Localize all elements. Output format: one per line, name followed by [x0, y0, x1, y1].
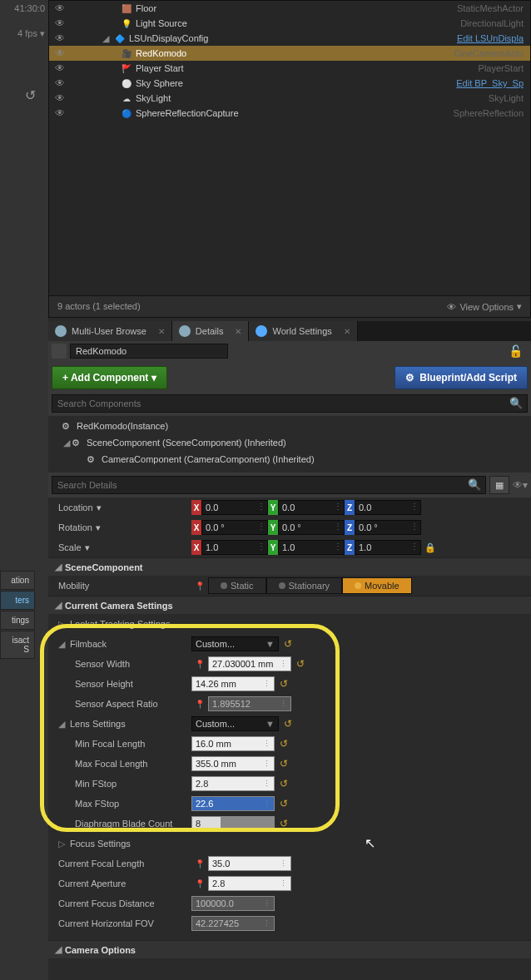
view-options-eye[interactable]: 👁▾: [513, 479, 528, 491]
rotation-z-input[interactable]: 0.0 °: [355, 520, 421, 535]
actor-type-icon: 🟫: [120, 2, 133, 14]
close-icon[interactable]: ✕: [344, 327, 350, 336]
component-row[interactable]: ⚙ CameraComponent (CameraComponent) (Inh…: [52, 451, 528, 468]
visibility-eye-icon[interactable]: 👁: [52, 17, 67, 29]
filmback-dropdown[interactable]: Custom...▼: [191, 636, 279, 651]
property-matrix-button[interactable]: ▦: [489, 476, 509, 494]
diaphragm-blade-input[interactable]: 8⋮: [191, 816, 275, 831]
side-tab[interactable]: ation: [0, 571, 35, 590]
outliner-row[interactable]: 👁 🔵 SphereReflectionCapture SphereReflec…: [49, 106, 530, 121]
current-focal-length-input[interactable]: 35.0⋮: [208, 856, 291, 871]
max-focal-length-input[interactable]: 355.0 mm⋮: [191, 756, 275, 771]
visibility-eye-icon[interactable]: 👁: [52, 92, 67, 104]
reset-to-default-icon[interactable]: ↺: [276, 798, 291, 809]
reset-to-default-icon[interactable]: ↺: [293, 658, 308, 670]
min-fstop-input[interactable]: 2.8⋮: [191, 776, 275, 791]
lock-icon[interactable]: 🔓: [509, 344, 528, 358]
tab-label: Multi-User Browse: [72, 326, 146, 336]
location-y-input[interactable]: 0.0: [278, 500, 345, 515]
reset-to-default-icon[interactable]: ↺: [280, 718, 295, 730]
side-tab[interactable]: tings: [0, 611, 35, 630]
search-components-input[interactable]: [52, 394, 528, 413]
tab-details[interactable]: Details ✕: [172, 321, 250, 341]
actor-class[interactable]: Edit LSUnDispla: [457, 33, 530, 43]
chevron-down-icon[interactable]: ▾: [97, 502, 102, 513]
sensor-height-input[interactable]: 14.26 mm⋮: [191, 676, 275, 691]
expand-icon: ▷: [58, 619, 67, 630]
chevron-down-icon[interactable]: ▾: [96, 522, 101, 533]
pin-icon[interactable]: 📍: [191, 582, 208, 591]
view-options-button[interactable]: 👁 View Options ▾: [447, 301, 522, 312]
min-focal-length-input[interactable]: 16.0 mm⋮: [191, 736, 275, 751]
search-details-input[interactable]: [52, 476, 486, 494]
sensor-width-input[interactable]: 27.030001 mm⋮: [208, 656, 291, 671]
rotation-x-input[interactable]: 0.0 °: [201, 520, 268, 535]
outliner-row[interactable]: 👁 🟫 Floor StaticMeshActor: [49, 1, 530, 16]
lock-scale-icon[interactable]: 🔒: [421, 542, 436, 553]
max-fstop-input[interactable]: 22.6⋮: [191, 796, 275, 811]
pin-icon[interactable]: 📍: [191, 859, 208, 869]
reset-to-default-icon[interactable]: ↺: [276, 738, 291, 750]
outliner-row[interactable]: 👁 🚩 Player Start PlayerStart: [49, 61, 530, 76]
add-component-button[interactable]: + Add Component ▾: [52, 366, 167, 389]
visibility-eye-icon[interactable]: 👁: [52, 2, 67, 14]
scale-z-input[interactable]: 1.0: [355, 540, 421, 555]
rotation-y-input[interactable]: 0.0 °: [278, 520, 345, 535]
component-row[interactable]: ⚙ RedKomodo(Instance): [52, 418, 528, 434]
reset-to-default-icon[interactable]: ↺: [276, 778, 291, 789]
mobility-static-button[interactable]: Static: [208, 577, 266, 594]
reset-to-default-icon[interactable]: ↺: [276, 758, 291, 770]
outliner-panel: 👁 🟫 Floor StaticMeshActor 👁 💡 Light Sour…: [48, 0, 531, 318]
expand-icon[interactable]: ◢: [102, 33, 111, 44]
current-aperture-input[interactable]: 2.8⋮: [208, 876, 291, 891]
aspect-ratio-row: Sensor Aspect Ratio 📍 1.895512⋮: [48, 694, 531, 714]
pin-icon[interactable]: 📍: [191, 700, 208, 709]
visibility-eye-icon[interactable]: 👁: [52, 47, 67, 59]
expand-icon[interactable]: ◢: [62, 438, 72, 448]
outliner-row[interactable]: 👁 💡 Light Source DirectionalLight: [49, 16, 530, 31]
side-tab[interactable]: ters: [0, 591, 35, 610]
component-row[interactable]: ◢ ⚙ SceneComponent (SceneComponent) (Inh…: [52, 434, 528, 451]
outliner-row[interactable]: 👁 🎥 RedKomodo CineCameraActo: [49, 46, 530, 61]
actor-class[interactable]: Edit BP_Sky_Sp: [456, 78, 530, 88]
current-fov-row: Current Horizontal FOV 42.227425⋮: [48, 913, 531, 933]
visibility-eye-icon[interactable]: 👁: [52, 62, 67, 74]
outliner-row[interactable]: 👁 ⚪ Sky Sphere Edit BP_Sky_Sp: [49, 76, 530, 91]
close-icon[interactable]: ✕: [235, 327, 241, 336]
reset-to-default-icon[interactable]: ↺: [280, 638, 295, 650]
lens-settings-dropdown[interactable]: Custom...▼: [191, 716, 279, 731]
object-name-field[interactable]: RedKomodo: [70, 344, 228, 359]
tab-world-settings[interactable]: World Settings ✕: [249, 321, 357, 341]
pin-icon[interactable]: 📍: [191, 660, 208, 669]
reset-to-default-icon[interactable]: ↺: [276, 818, 291, 829]
mobility-movable-button[interactable]: Movable: [342, 577, 412, 594]
reset-to-default-icon[interactable]: ↺: [276, 678, 291, 690]
mobility-stationary-button[interactable]: Stationary: [266, 577, 343, 594]
tab-multi-user-browse[interactable]: Multi-User Browse ✕: [48, 321, 172, 341]
location-x-input[interactable]: 0.0: [201, 500, 268, 515]
scene-component-header[interactable]: ◢SceneComponent: [48, 557, 531, 576]
chevron-down-icon[interactable]: ▾: [85, 542, 90, 553]
scale-y-input[interactable]: 1.0: [278, 540, 345, 555]
sensor-height-row: Sensor Height 14.26 mm⋮ ↺: [48, 674, 531, 694]
side-tab[interactable]: isact S: [0, 631, 35, 659]
scale-x-input[interactable]: 1.0: [201, 540, 268, 555]
focus-settings-row[interactable]: ▷Focus Settings: [48, 834, 531, 854]
visibility-eye-icon[interactable]: 👁: [52, 77, 67, 89]
side-tabs: ation ters tings isact S: [0, 571, 35, 660]
visibility-eye-icon[interactable]: 👁: [52, 107, 67, 119]
close-icon[interactable]: ✕: [158, 327, 165, 336]
pin-icon[interactable]: 📍: [191, 879, 208, 888]
camera-options-header[interactable]: ◢Camera Options: [48, 940, 531, 958]
visibility-eye-icon[interactable]: 👁: [52, 32, 67, 44]
undo-icon[interactable]: ↺: [25, 87, 36, 103]
lookat-tracking-row[interactable]: ▷Lookat Tracking Settings: [48, 614, 531, 634]
filmback-row: ◢Filmback Custom...▼ ↺: [48, 634, 531, 654]
outliner-row[interactable]: 👁 ☁ SkyLight SkyLight: [49, 91, 530, 106]
tab-label: World Settings: [272, 326, 331, 336]
outliner-row[interactable]: 👁 ◢ 🔷 LSUnDisplayConfig Edit LSUnDispla: [49, 31, 530, 46]
current-camera-settings-header[interactable]: ◢Current Camera Settings: [48, 596, 531, 614]
location-z-input[interactable]: 0.0: [355, 500, 421, 515]
blueprint-add-script-button[interactable]: ⚙ Blueprint/Add Script: [395, 366, 528, 389]
fps-display[interactable]: 4 fps ▾: [0, 25, 48, 42]
